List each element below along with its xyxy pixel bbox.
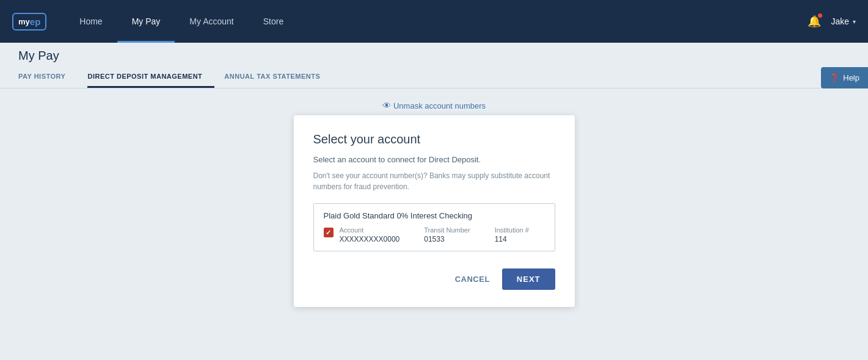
dialog-actions: CANCEL NEXT xyxy=(313,268,555,290)
nav-home[interactable]: Home xyxy=(65,0,117,43)
account-value: XXXXXXXXX0000 xyxy=(340,235,400,243)
account-name: Plaid Gold Standard 0% Interest Checking xyxy=(324,211,545,220)
account-selection-box[interactable]: Plaid Gold Standard 0% Interest Checking… xyxy=(313,203,555,251)
help-icon: ❓ xyxy=(830,73,839,82)
nav-my-pay[interactable]: My Pay xyxy=(117,0,175,43)
institution-group: Institution # 114 xyxy=(495,226,529,243)
tab-pay-history[interactable]: PAY HISTORY xyxy=(18,68,78,88)
sub-header: My Pay PAY HISTORY DIRECT DEPOSIT MANAGE… xyxy=(0,43,868,88)
transit-label: Transit Number xyxy=(424,226,470,234)
dialog-title: Select your account xyxy=(313,132,555,146)
page-title: My Pay xyxy=(18,49,850,63)
logo-box: my ep xyxy=(12,13,46,31)
help-label: Help xyxy=(843,73,859,82)
dialog-note: Don't see your account number(s)? Banks … xyxy=(313,170,555,192)
transit-value: 01533 xyxy=(424,235,470,243)
username-label: Jake xyxy=(831,16,849,26)
tab-direct-deposit[interactable]: DIRECT DEPOSIT MANAGEMENT xyxy=(87,68,214,88)
unmask-row: 👁 Unmask account numbers xyxy=(0,101,868,110)
user-menu[interactable]: Jake ▾ xyxy=(831,16,856,26)
nav-right: 🔔 Jake ▾ xyxy=(808,15,856,28)
account-details: Account XXXXXXXXX0000 Transit Number 015… xyxy=(340,226,545,243)
account-row: Account XXXXXXXXX0000 Transit Number 015… xyxy=(324,226,545,243)
nav-store[interactable]: Store xyxy=(249,0,298,43)
dialog-card: Select your account Select an account to… xyxy=(294,115,575,307)
chevron-down-icon: ▾ xyxy=(853,18,856,25)
bell-icon[interactable]: 🔔 xyxy=(808,15,821,28)
main-content: ❓ Help 👁 Unmask account numbers Select y… xyxy=(0,88,868,360)
account-label: Account xyxy=(340,226,400,234)
nav-items: Home My Pay My Account Store xyxy=(65,0,808,43)
transit-group: Transit Number 01533 xyxy=(424,226,470,243)
logo-my: my xyxy=(18,17,30,26)
logo-container[interactable]: my ep xyxy=(12,13,46,31)
account-checkbox[interactable] xyxy=(324,228,334,237)
nav-my-account[interactable]: My Account xyxy=(175,0,248,43)
dialog-description: Select an account to connect for Direct … xyxy=(313,155,555,164)
next-button[interactable]: NEXT xyxy=(502,268,555,290)
institution-label: Institution # xyxy=(495,226,529,234)
logo-ep: ep xyxy=(30,16,41,27)
account-number-group: Account XXXXXXXXX0000 xyxy=(340,226,400,243)
top-nav: my ep Home My Pay My Account Store 🔔 Jak… xyxy=(0,0,868,43)
cancel-button[interactable]: CANCEL xyxy=(455,275,490,284)
help-button[interactable]: ❓ Help xyxy=(821,67,868,88)
tab-annual-tax[interactable]: ANNUAL TAX STATEMENTS xyxy=(224,68,332,88)
institution-value: 114 xyxy=(495,235,529,243)
sub-nav-tabs: PAY HISTORY DIRECT DEPOSIT MANAGEMENT AN… xyxy=(18,68,850,88)
eye-icon: 👁 xyxy=(382,101,391,110)
unmask-link[interactable]: Unmask account numbers xyxy=(393,101,486,110)
